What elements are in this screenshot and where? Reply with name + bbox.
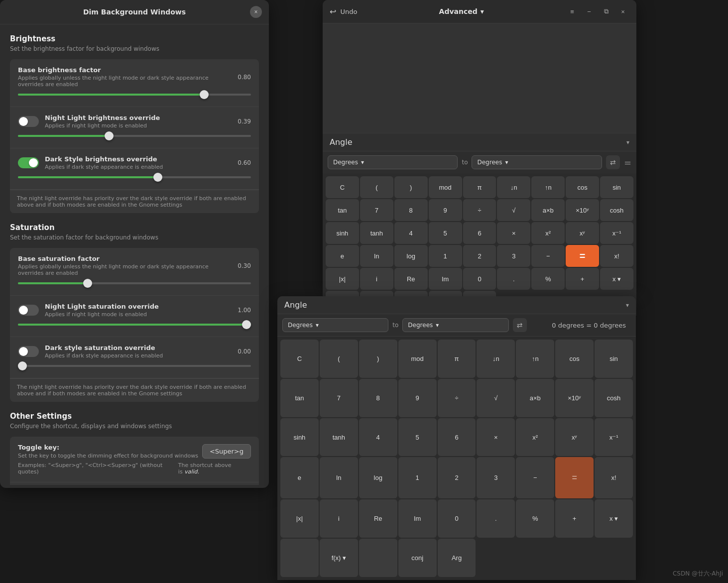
calc-btn-bot-r4-c2[interactable]: % (516, 499, 554, 538)
calc-btn-top-r1-c9[interactable]: tanh (360, 222, 393, 244)
calc-btn-top-r2-c5[interactable]: xʸ (566, 222, 599, 244)
night-light-saturation-toggle[interactable] (18, 305, 39, 316)
calc-btn-top-r4-c4[interactable]: x ▾ (600, 268, 633, 290)
calc-btn-top-r1-c7[interactable]: cosh (600, 199, 633, 221)
calc-btn-bot-r4-c3[interactable]: + (555, 499, 594, 538)
calc-btn-bot-r3-c3[interactable]: − (516, 457, 554, 498)
calc-btn-top-r1-c1[interactable]: 8 (394, 199, 428, 221)
calc-btn-top-r3-c7[interactable]: i (360, 268, 393, 290)
calc-btn-top-r1-c0[interactable]: 7 (360, 199, 393, 221)
bottom-convert-from-select[interactable]: Degrees ▾ (282, 318, 388, 332)
calc-btn-bot-r1-c2[interactable]: 9 (398, 379, 437, 417)
dark-style-brightness-slider[interactable] (18, 172, 251, 182)
calc-btn-top-r0-c0[interactable]: C (326, 176, 359, 198)
calc-btn-top-r0-c9[interactable]: tan (326, 199, 359, 221)
calc-btn-bot-r4-c1[interactable]: . (477, 499, 515, 538)
calc-btn-top-r1-c4[interactable]: √ (497, 199, 530, 221)
calc-btn-top-r2-c2[interactable]: 6 (463, 222, 496, 244)
night-light-brightness-slider[interactable] (18, 131, 251, 141)
calc-btn-bot-r4-c5[interactable] (280, 539, 319, 577)
bottom-swap-icon[interactable]: ⇄ (513, 318, 527, 332)
calc-btn-bot-r4-c8[interactable]: conj (398, 539, 437, 577)
calc-btn-bot-r3-c5[interactable]: x! (595, 457, 633, 498)
calc-btn-top-r0-c4[interactable]: π (463, 176, 496, 198)
calc-btn-top-r3-c1[interactable]: 2 (463, 245, 496, 267)
swap-icon[interactable]: ⇄ (606, 155, 620, 169)
calc-btn-bot-r2-c9[interactable]: log (359, 457, 397, 498)
calc-btn-bot-r0-c6[interactable]: ↑n (516, 340, 554, 378)
calc-btn-bot-r2-c7[interactable]: e (280, 457, 319, 498)
menu-button[interactable]: ≡ (566, 5, 579, 18)
calc-btn-top-r3-c6[interactable]: |x| (326, 268, 359, 290)
calc-btn-bot-r0-c5[interactable]: ↓n (477, 340, 515, 378)
calc-btn-top-r4-c1[interactable]: . (497, 268, 530, 290)
calc-btn-bot-r1-c3[interactable]: ÷ (438, 379, 476, 417)
convert-to-select[interactable]: Degrees ▾ (472, 155, 602, 169)
calc-btn-bot-r0-c2[interactable]: ) (359, 340, 397, 378)
calc-btn-top-r4-c0[interactable]: 0 (463, 268, 496, 290)
calc-btn-top-r2-c9[interactable]: log (394, 245, 428, 267)
calc-btn-top-r2-c0[interactable]: 4 (394, 222, 428, 244)
calc-btn-bot-r1-c9[interactable]: tanh (320, 418, 358, 457)
calc-btn-top-r2-c7[interactable]: e (326, 245, 359, 267)
calc-btn-top-r3-c9[interactable]: Im (429, 268, 462, 290)
calc-btn-bot-r2-c6[interactable]: x⁻¹ (595, 418, 633, 457)
calc-btn-top-r3-c2[interactable]: 3 (497, 245, 530, 267)
night-light-saturation-slider[interactable] (18, 320, 251, 330)
calc-btn-bot-r1-c0[interactable]: 7 (320, 379, 358, 417)
calc-btn-bot-r1-c4[interactable]: √ (477, 379, 515, 417)
calc-btn-bot-r3-c0[interactable]: 1 (398, 457, 437, 498)
calc-btn-top-r0-c3[interactable]: mod (429, 176, 462, 198)
calc-btn-bot-r0-c0[interactable]: C (280, 340, 319, 378)
base-saturation-slider[interactable] (18, 278, 251, 288)
calc-btn-bot-r1-c6[interactable]: ×10ʸ (555, 379, 594, 417)
calc-btn-top-r3-c0[interactable]: 1 (429, 245, 462, 267)
base-brightness-slider[interactable] (18, 90, 251, 100)
calc-btn-bot-r3-c2[interactable]: 3 (477, 457, 515, 498)
calc-btn-top-r2-c3[interactable]: × (497, 222, 530, 244)
calc-btn-bot-r2-c5[interactable]: xʸ (555, 418, 594, 457)
calc-btn-bot-r1-c1[interactable]: 8 (359, 379, 397, 417)
undo-label[interactable]: Undo (340, 8, 357, 15)
calc-btn-top-r2-c4[interactable]: x² (531, 222, 565, 244)
dark-style-brightness-toggle[interactable] (18, 157, 39, 168)
calc-btn-bot-r3-c4[interactable]: = (555, 457, 594, 498)
calc-btn-bot-r4-c9[interactable]: Arg (438, 539, 476, 577)
calc-btn-top-r0-c6[interactable]: ↑n (531, 176, 565, 198)
calc-btn-top-r2-c6[interactable]: x⁻¹ (600, 222, 633, 244)
calc-btn-bot-r0-c7[interactable]: cos (555, 340, 594, 378)
calc-btn-bot-r3-c9[interactable]: Im (398, 499, 437, 538)
night-light-brightness-toggle[interactable] (18, 116, 39, 127)
calc-btn-bot-r0-c1[interactable]: ( (320, 340, 358, 378)
calc-btn-top-r1-c5[interactable]: a×b (531, 199, 565, 221)
calc-btn-bot-r4-c4[interactable]: x ▾ (595, 499, 633, 538)
calc-btn-top-r0-c5[interactable]: ↓n (497, 176, 530, 198)
calc-btn-top-r0-c1[interactable]: ( (360, 176, 393, 198)
calc-btn-bot-r2-c0[interactable]: 4 (359, 418, 397, 457)
calc-btn-top-r3-c3[interactable]: − (531, 245, 565, 267)
calc-btn-top-r1-c8[interactable]: sinh (326, 222, 359, 244)
calc-btn-top-r3-c4[interactable]: = (566, 245, 599, 267)
calc-btn-bot-r4-c6[interactable]: f(x) ▾ (320, 539, 358, 577)
minimize-button[interactable]: − (583, 5, 596, 18)
calc-btn-top-r3-c5[interactable]: x! (600, 245, 633, 267)
calc-btn-bot-r0-c8[interactable]: sin (595, 340, 633, 378)
calc-btn-top-r0-c7[interactable]: cos (566, 176, 599, 198)
advanced-label[interactable]: Advanced (439, 7, 478, 15)
calc-btn-bot-r0-c3[interactable]: mod (398, 340, 437, 378)
calc-btn-top-r2-c8[interactable]: ln (360, 245, 393, 267)
calc-btn-bot-r3-c1[interactable]: 2 (438, 457, 476, 498)
calc-btn-bot-r0-c4[interactable]: π (438, 340, 476, 378)
calc-btn-bot-r3-c7[interactable]: i (320, 499, 358, 538)
calc-btn-bot-r4-c0[interactable]: 0 (438, 499, 476, 538)
calc-btn-top-r1-c6[interactable]: ×10ʸ (566, 199, 599, 221)
convert-from-select[interactable]: Degrees ▾ (328, 155, 458, 169)
calc-btn-bot-r1-c5[interactable]: a×b (516, 379, 554, 417)
calc-btn-bot-r2-c3[interactable]: × (477, 418, 515, 457)
calc-btn-bot-r2-c1[interactable]: 5 (398, 418, 437, 457)
restore-button[interactable]: ⧉ (600, 5, 612, 18)
calc-btn-top-r4-c3[interactable]: + (566, 268, 599, 290)
calc-btn-bot-r2-c8[interactable]: ln (320, 457, 358, 498)
calc-btn-top-r3-c8[interactable]: Re (394, 268, 428, 290)
calc-btn-top-r4-c2[interactable]: % (531, 268, 565, 290)
